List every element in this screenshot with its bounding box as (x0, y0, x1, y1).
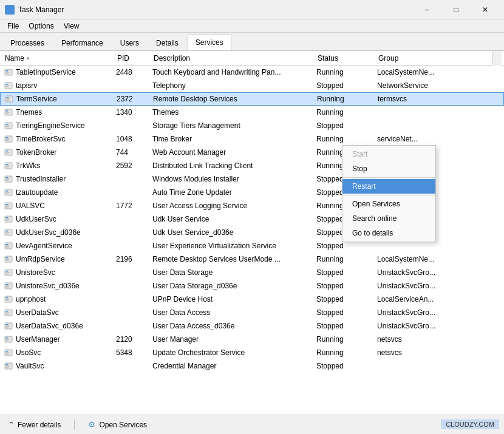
maximize-button[interactable]: □ (442, 0, 470, 19)
service-name-cell: UserDataSvc (2, 308, 115, 317)
close-button[interactable]: ✕ (471, 0, 499, 19)
table-row[interactable]: TimeBrokerSvc 1048 Time Broker Running s… (0, 132, 504, 146)
table-row[interactable]: UnistoreSvc User Data Storage Stopped Un… (0, 266, 504, 279)
service-name-cell: TrkWks (2, 161, 115, 171)
svg-rect-26 (6, 140, 9, 141)
service-name-cell: UserDataSvc_d036e (2, 321, 115, 331)
svg-rect-9 (6, 86, 10, 86)
ctx-go-to-details[interactable]: Go to details (342, 226, 435, 240)
table-row[interactable]: Themes 1340 Themes Running (0, 106, 504, 119)
col-header-group[interactable]: Group (376, 54, 473, 63)
col-header-name[interactable]: Name ∧ (2, 54, 115, 63)
table-row[interactable]: TermService 2372 Remote Desktop Services… (0, 92, 504, 106)
service-status: Stopped (315, 322, 376, 330)
svg-rect-25 (6, 139, 10, 140)
table-row[interactable]: UserDataSvc User Data Access Stopped Uni… (0, 306, 504, 319)
service-group: termsvcs (376, 95, 474, 103)
menu-options[interactable]: Options (24, 21, 58, 32)
svg-rect-89 (6, 353, 10, 353)
watermark: CLOUDZY.COM (441, 419, 499, 429)
service-name: UnistoreSvc (16, 268, 55, 277)
service-icon (4, 308, 13, 317)
service-name-cell: UsoSvc (2, 348, 115, 358)
svg-rect-54 (6, 234, 9, 234)
svg-rect-88 (6, 351, 9, 352)
service-name: TabletInputService (16, 68, 76, 76)
svg-rect-16 (6, 110, 9, 112)
service-status: Running (315, 348, 376, 357)
service-status: Stopped (315, 282, 376, 290)
fewer-details-button[interactable]: ⌃ Fewer details (5, 418, 64, 432)
tab-processes[interactable]: Processes (2, 35, 52, 50)
ctx-start[interactable]: Start (342, 147, 435, 161)
col-header-pid[interactable]: PID (115, 54, 151, 63)
open-services-button[interactable]: ⚙ Open Services (84, 418, 151, 432)
tab-details[interactable]: Details (148, 35, 186, 50)
col-header-status[interactable]: Status (315, 54, 376, 63)
service-desc: User Manager (151, 335, 315, 344)
svg-rect-0 (6, 7, 13, 12)
svg-rect-53 (6, 232, 10, 233)
tab-performance[interactable]: Performance (53, 35, 111, 50)
svg-rect-74 (6, 300, 9, 301)
ctx-search-online[interactable]: Search online (342, 211, 435, 226)
tab-services[interactable]: Services (188, 35, 231, 50)
service-icon (4, 334, 13, 344)
service-status: Stopped (315, 81, 376, 90)
svg-rect-1 (7, 8, 9, 10)
menu-view[interactable]: View (59, 21, 84, 32)
service-icon (4, 161, 13, 171)
svg-rect-66 (6, 274, 9, 274)
svg-rect-14 (7, 100, 10, 101)
table-row[interactable]: VaultSvc Credential Manager Stopped (0, 359, 504, 373)
svg-rect-93 (6, 366, 10, 367)
service-icon (4, 201, 13, 211)
status-bar: ⌃ Fewer details ⚙ Open Services CLOUDZY.… (0, 415, 504, 434)
col-header-desc[interactable]: Description (151, 54, 315, 63)
table-row[interactable]: upnphost UPnP Device Host Stopped LocalS… (0, 293, 504, 306)
app-icon (5, 5, 15, 15)
service-name: Themes (16, 108, 42, 117)
table-row[interactable]: UnistoreSvc_d036e User Data Storage_d036… (0, 279, 504, 293)
svg-rect-76 (6, 311, 9, 312)
service-pid: 744 (115, 148, 151, 157)
service-name-cell: Themes (2, 107, 115, 117)
ctx-open-services[interactable]: Open Services (342, 197, 435, 211)
minimize-button[interactable]: – (413, 0, 441, 19)
service-name: UserDataSvc_d036e (16, 322, 83, 330)
menu-file[interactable]: File (2, 21, 24, 32)
service-group: netsvcs (376, 348, 473, 357)
service-name-cell: TermService (3, 94, 115, 104)
svg-rect-33 (6, 166, 10, 166)
table-row[interactable]: TieringEngineService Storage Tiers Manag… (0, 119, 504, 132)
service-name-cell: upnphost (2, 294, 115, 304)
table-row[interactable]: UmRdpService 2196 Remote Desktop Service… (0, 253, 504, 266)
table-row[interactable]: TabletInputService 2448 Touch Keyboard a… (0, 66, 504, 79)
svg-rect-10 (6, 87, 9, 87)
service-status: Stopped (315, 362, 376, 370)
table-row[interactable]: tapisrv Telephony Stopped NetworkService (0, 79, 504, 92)
tab-users[interactable]: Users (112, 35, 147, 50)
ctx-stop[interactable]: Stop (342, 161, 435, 176)
svg-rect-73 (6, 299, 10, 300)
service-name: UdkUserSvc_d036e (16, 228, 81, 237)
service-icon (4, 67, 13, 77)
service-group: UnistackSvcGro... (376, 268, 473, 277)
service-desc: Web Account Manager (151, 148, 315, 157)
svg-rect-37 (6, 179, 10, 180)
svg-rect-36 (6, 177, 9, 178)
table-row[interactable]: UsoSvc 5348 Update Orchestrator Service … (0, 346, 504, 359)
service-desc: User Data Storage (151, 268, 315, 277)
ctx-restart[interactable]: Restart (342, 179, 435, 194)
table-row[interactable]: UserManager 2120 User Manager Running ne… (0, 333, 504, 346)
chevron-up-icon: ⌃ (9, 421, 14, 429)
svg-rect-21 (6, 126, 10, 126)
table-row[interactable]: UserDataSvc_d036e User Data Access_d036e… (0, 319, 504, 333)
svg-rect-70 (6, 287, 9, 288)
main-content: Name ∧ PID Description Status Group Tabl… (0, 51, 504, 415)
service-pid: 2448 (115, 68, 151, 76)
svg-rect-60 (6, 257, 9, 259)
service-status: Running (316, 95, 376, 103)
service-status: Running (315, 108, 376, 117)
service-desc: Auto Time Zone Updater (151, 188, 315, 197)
